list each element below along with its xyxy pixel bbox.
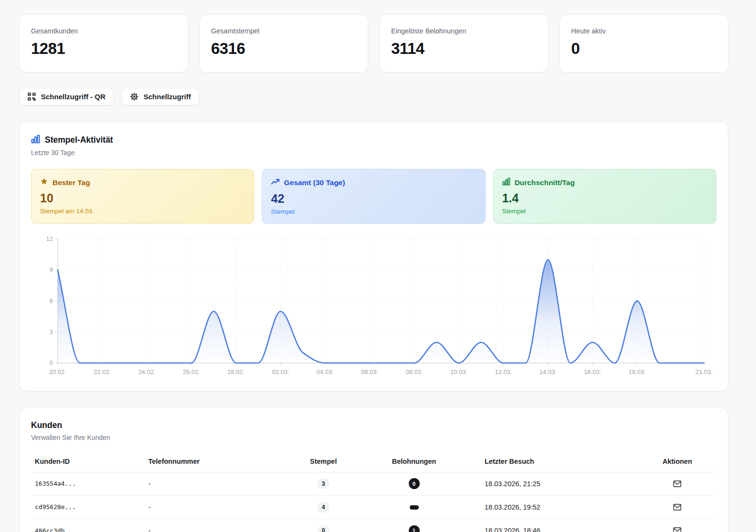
svg-text:6: 6 bbox=[50, 297, 53, 304]
customers-card-title: Kunden bbox=[31, 420, 716, 430]
stat-value: 6316 bbox=[211, 40, 357, 58]
highlight-label: Bester Tag bbox=[52, 178, 90, 187]
svg-text:04.03.: 04.03. bbox=[317, 368, 334, 376]
svg-text:16.03.: 16.03. bbox=[584, 368, 601, 376]
bar-chart-icon bbox=[502, 177, 510, 188]
stat-label: Eingelöste Belohnungen bbox=[391, 27, 537, 35]
stat-value: 0 bbox=[571, 40, 717, 58]
mail-icon bbox=[673, 482, 682, 490]
quick-access-qr-label: Schnellzugriff - QR bbox=[41, 93, 105, 101]
svg-text:02.03.: 02.03. bbox=[272, 368, 289, 376]
highlight-best-day: Bester Tag 10 Stempel am 14.03. bbox=[31, 169, 254, 224]
stat-card-redeemed-rewards: Eingelöste Belohnungen 3114 bbox=[379, 14, 549, 73]
svg-text:0: 0 bbox=[50, 359, 53, 366]
mail-icon bbox=[673, 506, 682, 513]
svg-text:14.03.: 14.03. bbox=[539, 368, 557, 376]
svg-text:22.02.: 22.02. bbox=[93, 368, 111, 376]
column-header-last-visit: Letzter Besuch bbox=[481, 458, 638, 465]
quick-access-settings-button[interactable]: Schnellzugriff bbox=[122, 88, 199, 105]
activity-card-subtitle: Letzte 30 Tage bbox=[31, 149, 716, 156]
highlight-average-per-day: Durchschnitt/Tag 1.4 Stempel bbox=[493, 169, 716, 224]
svg-text:26.02.: 26.02. bbox=[183, 368, 200, 376]
stat-value: 1281 bbox=[31, 40, 176, 58]
highlight-label: Durchschnitt/Tag bbox=[515, 178, 575, 187]
customer-id: 163554a4... bbox=[31, 480, 145, 487]
column-header-customer-id: Kunden-ID bbox=[31, 458, 145, 465]
svg-text:21.03.: 21.03. bbox=[695, 368, 713, 376]
svg-text:12: 12 bbox=[46, 235, 53, 242]
svg-text:12.03.: 12.03. bbox=[495, 368, 512, 376]
last-visit: 18.03.2026, 21:25 bbox=[481, 480, 638, 488]
highlight-value: 42 bbox=[271, 192, 476, 206]
highlight-value: 1.4 bbox=[502, 191, 707, 205]
svg-text:9: 9 bbox=[50, 266, 53, 273]
customer-table-body: 163554a4...-3018.03.2026, 21:25 cd95628e… bbox=[31, 472, 716, 532]
svg-text:3: 3 bbox=[50, 328, 53, 335]
highlight-caption: Stempel bbox=[502, 208, 707, 215]
dashboard-page: Gesamtkunden 1281 Gesamtstempel 6316 Ein… bbox=[0, 0, 756, 532]
quick-actions-row: Schnellzugriff - QR Schnellzugriff bbox=[19, 88, 728, 105]
rewards-badge: 0 bbox=[409, 478, 420, 489]
mail-button[interactable] bbox=[671, 501, 684, 513]
quick-access-settings-label: Schnellzugriff bbox=[144, 93, 191, 101]
stat-label: Heute aktiv bbox=[571, 27, 717, 35]
table-row[interactable]: cd95628e...-418.03.2026, 19:52 bbox=[31, 496, 716, 519]
svg-text:10.03.: 10.03. bbox=[450, 368, 467, 376]
quick-access-qr-button[interactable]: Schnellzugriff - QR bbox=[19, 88, 114, 105]
mail-icon bbox=[673, 529, 682, 532]
activity-chart: 03691220.02.22.02.24.02.26.02.28.02.02.0… bbox=[31, 235, 716, 378]
svg-text:24.02.: 24.02. bbox=[138, 368, 155, 376]
stamps-badge: 3 bbox=[317, 479, 330, 489]
stat-value: 3114 bbox=[391, 40, 537, 58]
column-header-phone: Telefonnummer bbox=[145, 458, 300, 465]
customer-id: 486cc3db... bbox=[31, 527, 145, 532]
column-header-stamps: Stempel bbox=[300, 458, 347, 465]
svg-text:08.03.: 08.03. bbox=[406, 368, 423, 376]
highlight-label: Gesamt (30 Tage) bbox=[284, 178, 345, 187]
qr-code-icon bbox=[28, 93, 36, 101]
column-header-actions: Aktionen bbox=[638, 458, 716, 465]
last-visit: 18.03.2026, 18:46 bbox=[481, 527, 638, 532]
stamp-activity-card: Stempel-Aktivität Letzte 30 Tage Bester … bbox=[19, 122, 728, 391]
mail-button[interactable] bbox=[671, 524, 684, 532]
bar-chart-icon bbox=[31, 135, 40, 146]
customers-card: Kunden Verwalten Sie Ihre Kunden Kunden-… bbox=[19, 407, 728, 532]
activity-chart-svg: 03691220.02.22.02.24.02.26.02.28.02.02.0… bbox=[31, 235, 716, 378]
customers-table: Kunden-ID Telefonnummer Stempel Belohnun… bbox=[31, 455, 716, 532]
highlight-total-30-days: Gesamt (30 Tage) 42 Stempel bbox=[262, 169, 485, 224]
last-visit: 18.03.2026, 19:52 bbox=[481, 503, 638, 511]
stat-card-active-today: Heute aktiv 0 bbox=[559, 14, 729, 73]
customer-phone: - bbox=[145, 480, 300, 488]
mail-button[interactable] bbox=[671, 478, 684, 490]
stat-cards-row: Gesamtkunden 1281 Gesamtstempel 6316 Ein… bbox=[19, 14, 728, 73]
svg-text:28.02.: 28.02. bbox=[228, 368, 245, 376]
gear-icon bbox=[130, 93, 138, 101]
activity-highlights: Bester Tag 10 Stempel am 14.03. Gesamt (… bbox=[31, 169, 716, 224]
activity-card-title: Stempel-Aktivität bbox=[45, 135, 113, 145]
highlight-value: 10 bbox=[40, 191, 245, 205]
highlight-caption: Stempel bbox=[271, 208, 476, 215]
stat-label: Gesamtstempel bbox=[211, 27, 357, 35]
customer-phone: - bbox=[145, 503, 300, 511]
table-row[interactable]: 486cc3db...-0118.03.2026, 18:46 bbox=[31, 519, 716, 532]
rewards-badge: 1 bbox=[409, 525, 420, 532]
svg-text:06.03.: 06.03. bbox=[361, 368, 378, 376]
stat-label: Gesamtkunden bbox=[31, 27, 176, 35]
stat-card-total-stamps: Gesamtstempel 6316 bbox=[199, 14, 369, 73]
highlight-caption: Stempel am 14.03. bbox=[40, 208, 245, 215]
rewards-badge bbox=[410, 505, 419, 510]
customer-id: cd95628e... bbox=[31, 503, 145, 511]
column-header-rewards: Belohnungen bbox=[347, 458, 481, 465]
svg-text:20.02.: 20.02. bbox=[49, 368, 66, 376]
stat-card-total-customers: Gesamtkunden 1281 bbox=[19, 14, 188, 73]
trend-up-icon bbox=[271, 177, 280, 188]
svg-text:18.03.: 18.03. bbox=[629, 368, 646, 376]
stamps-badge: 0 bbox=[317, 525, 330, 532]
customers-card-subtitle: Verwalten Sie Ihre Kunden bbox=[31, 434, 716, 441]
star-icon bbox=[40, 177, 48, 188]
table-row[interactable]: 163554a4...-3018.03.2026, 21:25 bbox=[31, 472, 716, 496]
customers-table-header: Kunden-ID Telefonnummer Stempel Belohnun… bbox=[31, 455, 716, 472]
customer-phone: - bbox=[145, 527, 300, 532]
stamps-badge: 4 bbox=[317, 502, 330, 512]
